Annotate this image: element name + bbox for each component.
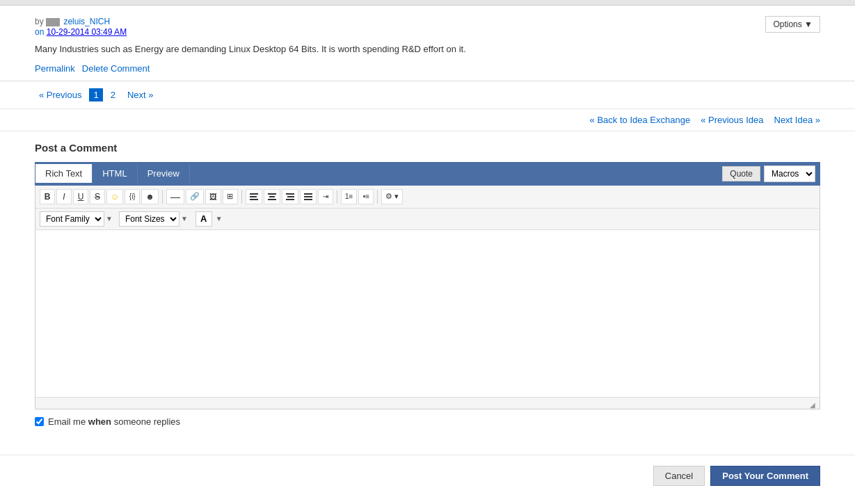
permalink-link[interactable]: Permalink	[35, 63, 75, 74]
table-button[interactable]: ⊞	[223, 189, 238, 204]
bold-button[interactable]: B	[40, 189, 55, 204]
ordered-list-button[interactable]: 1≡	[341, 189, 357, 204]
toolbar-sep-2	[241, 190, 242, 204]
more-options-button[interactable]: ⚙ ▾	[381, 189, 403, 204]
justify-button[interactable]	[300, 189, 317, 204]
indent-button[interactable]: ⇥	[318, 189, 333, 204]
hr-button[interactable]: —	[166, 189, 184, 204]
prev-idea-link[interactable]: « Previous Idea	[701, 115, 763, 125]
font-sizes-select[interactable]: Font Sizes	[119, 211, 179, 227]
author-avatar	[46, 18, 60, 26]
toolbar-sep-3	[337, 190, 337, 204]
next-idea-link[interactable]: Next Idea »	[774, 115, 821, 125]
email-checkbox-label[interactable]: Email me when someone replies	[48, 416, 180, 427]
comment-actions: Permalink Delete Comment	[35, 63, 820, 74]
tab-richtext[interactable]: Rich Text	[35, 164, 93, 183]
unordered-list-button[interactable]: •≡	[358, 189, 374, 204]
post-comment-section: Post a Comment Rich Text HTML Preview Qu…	[0, 131, 855, 448]
smiley-button[interactable]: ☺	[106, 189, 123, 204]
pagination: « Previous 1 2 Next »	[0, 81, 855, 109]
comment-author-line: by zeluis_NICH	[35, 17, 110, 26]
editor-resize-bar	[35, 397, 820, 409]
emoji-button[interactable]: ☻	[141, 189, 159, 204]
font-family-select[interactable]: Font Family	[40, 211, 104, 227]
align-center-button[interactable]	[264, 189, 280, 204]
editor-container: B I U S ☺ {i} ☻ — 🔗 🖼 ⊞	[35, 186, 820, 409]
align-right-button[interactable]	[282, 189, 298, 204]
author-link[interactable]: zeluis_NICH	[63, 17, 110, 26]
page-2-link[interactable]: 2	[106, 88, 120, 101]
post-comment-button[interactable]: Post Your Comment	[710, 466, 820, 486]
italic-button[interactable]: I	[56, 189, 72, 204]
strikethrough-button[interactable]: S	[90, 189, 105, 204]
macros-select[interactable]: Macros	[764, 165, 815, 182]
toolbar-sep-1	[162, 190, 163, 204]
color-dropdown-arrow: ▼	[216, 215, 223, 222]
post-comment-title: Post a Comment	[35, 142, 820, 154]
font-color-button[interactable]: A	[195, 211, 212, 227]
tab-html[interactable]: HTML	[93, 164, 137, 183]
page-1-link[interactable]: 1	[89, 88, 102, 101]
font-dropdown-arrow: ▼	[106, 215, 113, 222]
comment-body: Many Industries such as Energy are deman…	[35, 42, 820, 56]
link-button[interactable]: 🔗	[186, 189, 204, 204]
prev-page-link[interactable]: « Previous	[35, 88, 86, 101]
back-to-exchange-link[interactable]: « Back to Idea Exchange	[590, 115, 691, 125]
font-sizes-arrow: ▼	[181, 215, 188, 222]
image-button[interactable]: 🖼	[205, 189, 221, 204]
editor-tabs-bar: Rich Text HTML Preview Quote Macros	[35, 162, 820, 186]
idea-navigation: « Back to Idea Exchange « Previous Idea …	[0, 109, 855, 131]
cancel-button[interactable]: Cancel	[653, 466, 705, 486]
quote-button[interactable]: Quote	[722, 166, 760, 181]
next-page-link[interactable]: Next »	[123, 88, 158, 101]
tab-preview[interactable]: Preview	[138, 164, 190, 183]
options-button[interactable]: Options ▼	[765, 16, 820, 33]
options-label: Options	[773, 19, 801, 29]
email-checkbox-row: Email me when someone replies	[35, 409, 820, 434]
editor-body[interactable]	[35, 230, 820, 397]
code-button[interactable]: {i}	[125, 189, 140, 204]
toolbar-sep-4	[377, 190, 378, 204]
delete-comment-link[interactable]: Delete Comment	[82, 63, 150, 74]
editor-toolbar: B I U S ☺ {i} ☻ — 🔗 🖼 ⊞	[35, 186, 820, 209]
comment-meta: by zeluis_NICH on 10-29-2014 03:49 AM	[35, 16, 820, 37]
email-checkbox-input[interactable]	[35, 417, 44, 426]
underline-button[interactable]: U	[73, 189, 88, 204]
toolbar-row2: Font Family ▼ Font Sizes ▼ A ▼	[35, 209, 820, 230]
comment-date-link[interactable]: 10-29-2014 03:49 AM	[47, 27, 127, 37]
editor-right-controls: Quote Macros	[718, 163, 820, 185]
resize-handle[interactable]	[810, 399, 818, 407]
align-left-button[interactable]	[246, 189, 262, 204]
form-actions: Cancel Post Your Comment	[0, 455, 855, 496]
comment-date: on 10-29-2014 03:49 AM	[35, 27, 127, 37]
